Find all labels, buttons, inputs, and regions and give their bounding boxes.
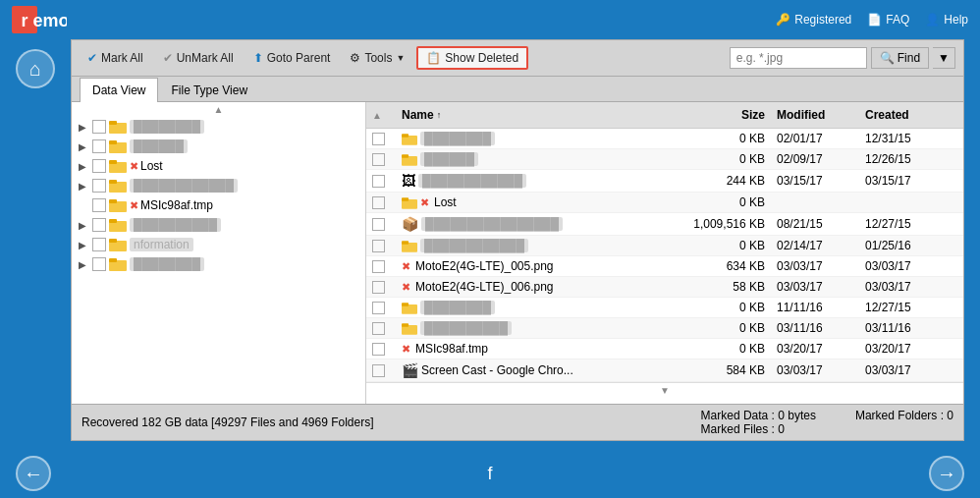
app-logo: r emo xyxy=(12,6,67,33)
row-name: ✖ Lost xyxy=(396,193,673,212)
file-row[interactable]: ████████ 0 KB 02/01/17 12/31/15 xyxy=(366,129,963,149)
find-button[interactable]: 🔍 Find xyxy=(871,47,929,69)
row-name: ████████████ xyxy=(396,236,673,255)
tree-checkbox[interactable] xyxy=(92,218,106,232)
file-panel: ▲ Name ↑ Size Modified Created xyxy=(366,102,963,404)
find-dropdown-arrow[interactable]: ▼ xyxy=(933,47,955,69)
file-row-lost[interactable]: ✖ Lost 0 KB xyxy=(366,193,963,213)
tree-item[interactable]: ▶ ████████████ xyxy=(72,176,365,195)
marked-data-block: Marked Data : 0 bytes Marked Files : 0 xyxy=(701,409,816,436)
file-row[interactable]: ██████ 0 KB 02/09/17 12/26/15 xyxy=(366,149,963,170)
row-created: 12/27/15 xyxy=(859,213,948,235)
checkmark-icon: ✔ xyxy=(87,51,97,65)
col-size-header[interactable]: Size xyxy=(673,106,771,124)
row-checkbox[interactable] xyxy=(366,298,396,317)
col-name-header[interactable]: Name ↑ xyxy=(396,106,673,124)
tab-data-view[interactable]: Data View xyxy=(80,78,158,102)
row-checkbox[interactable] xyxy=(366,129,396,148)
col-created-header[interactable]: Created xyxy=(859,106,948,124)
svg-rect-28 xyxy=(402,303,408,306)
file-row-moto005[interactable]: ✖ MotoE2(4G-LTE)_005.png 634 KB 03/03/17… xyxy=(366,256,963,277)
file-row[interactable]: 📦 ████████████████ 1,009,516 KB 08/21/15… xyxy=(366,213,963,236)
file-row-moto006[interactable]: ✖ MotoE2(4G-LTE)_006.png 58 KB 03/03/17 … xyxy=(366,277,963,298)
folder-icon xyxy=(402,153,417,166)
gear-icon: ⚙ xyxy=(350,51,360,65)
row-checkbox[interactable] xyxy=(366,360,396,381)
tree-item-lost[interactable]: ▶ ✖ Lost xyxy=(72,156,365,176)
row-modified: 02/09/17 xyxy=(771,149,859,169)
row-checkbox[interactable] xyxy=(366,256,396,276)
file-row[interactable]: ██████████ 0 KB 03/11/16 03/11/16 xyxy=(366,318,963,339)
tree-checkbox[interactable] xyxy=(92,159,106,173)
folder-icon xyxy=(402,322,417,335)
file-row-screencast[interactable]: 🎬 Screen Cast - Google Chro... 584 KB 03… xyxy=(366,360,963,382)
row-created: 12/27/15 xyxy=(859,298,948,317)
folder-icon xyxy=(109,218,127,232)
row-checkbox[interactable] xyxy=(366,318,396,338)
facebook-link[interactable]: f xyxy=(487,464,492,484)
registered-link[interactable]: 🔑 Registered xyxy=(776,13,851,27)
forward-button[interactable]: → xyxy=(929,456,964,491)
tree-item-label: Lost xyxy=(140,159,163,173)
back-button[interactable]: ← xyxy=(16,456,51,491)
row-checkbox[interactable] xyxy=(366,213,396,235)
file-row[interactable]: 🖼 ████████████ 244 KB 03/15/17 03/15/17 xyxy=(366,170,963,193)
tab-file-type-view[interactable]: File Type View xyxy=(158,78,260,102)
search-input[interactable] xyxy=(730,47,867,69)
row-checkbox[interactable] xyxy=(366,339,396,359)
key-icon: 🔑 xyxy=(776,13,790,27)
help-label: Help xyxy=(944,13,968,27)
faq-link[interactable]: 📄 FAQ xyxy=(867,13,909,27)
tree-checkbox[interactable] xyxy=(92,179,106,193)
app-header: r emo 🔑 Registered 📄 FAQ 👤 Help xyxy=(0,0,980,39)
file-row[interactable]: ████████████ 0 KB 02/14/17 01/25/16 xyxy=(366,236,963,256)
file-row-msic[interactable]: ✖ MSIc98af.tmp 0 KB 03/20/17 03/20/17 xyxy=(366,339,963,360)
list-scroll-down[interactable]: ▼ xyxy=(366,382,963,398)
file-list-body: ████████ 0 KB 02/01/17 12/31/15 ██████ xyxy=(366,129,963,404)
help-link[interactable]: 👤 Help xyxy=(925,13,968,27)
row-size: 0 KB xyxy=(673,236,771,255)
expand-icon: ▶ xyxy=(76,240,89,250)
tree-item[interactable]: ▶ ████████ xyxy=(72,254,365,274)
show-deleted-icon: 📋 xyxy=(426,51,441,65)
row-checkbox[interactable] xyxy=(366,193,396,212)
faq-icon: 📄 xyxy=(867,13,882,27)
svg-rect-30 xyxy=(402,323,408,327)
svg-rect-20 xyxy=(402,134,408,138)
row-size: 634 KB xyxy=(673,256,771,276)
tree-checkbox[interactable] xyxy=(92,198,106,212)
unmark-all-button[interactable]: ✔ UnMark All xyxy=(155,47,242,69)
tree-checkbox[interactable] xyxy=(92,120,106,134)
row-created: 12/26/15 xyxy=(859,149,948,169)
mark-all-button[interactable]: ✔ Mark All xyxy=(80,47,151,69)
row-checkbox[interactable] xyxy=(366,277,396,297)
row-size: 0 KB xyxy=(673,318,771,338)
tree-item[interactable]: ▶ ██████ xyxy=(72,137,365,156)
up-arrow-icon: ⬆ xyxy=(253,51,263,65)
folder-icon xyxy=(109,120,127,134)
col-modified-header[interactable]: Modified xyxy=(771,106,859,124)
tree-item[interactable]: ▶ ████████ xyxy=(72,117,365,137)
svg-rect-8 xyxy=(109,160,117,164)
show-deleted-button[interactable]: 📋 Show Deleted xyxy=(416,46,528,70)
row-checkbox[interactable] xyxy=(366,149,396,169)
tree-scroll-up[interactable]: ▲ xyxy=(72,102,365,117)
tree-item[interactable]: ▶ ██████████ xyxy=(72,215,365,235)
file-row[interactable]: ████████ 0 KB 11/11/16 12/27/15 xyxy=(366,298,963,318)
row-modified: 03/03/17 xyxy=(771,256,859,276)
row-checkbox[interactable] xyxy=(366,236,396,255)
tools-dropdown-icon: ▼ xyxy=(396,53,405,63)
tree-checkbox[interactable] xyxy=(92,139,106,153)
home-button[interactable]: ⌂ xyxy=(16,49,55,88)
tools-button[interactable]: ⚙ Tools ▼ xyxy=(342,47,412,69)
tree-item-msic[interactable]: ✖ MSIc98af.tmp xyxy=(72,195,365,215)
tree-item-info[interactable]: ▶ nformation xyxy=(72,235,365,254)
tree-checkbox[interactable] xyxy=(92,257,106,271)
scroll-up-indicator[interactable]: ▲ xyxy=(372,110,382,121)
goto-parent-button[interactable]: ⬆ Goto Parent xyxy=(245,47,339,69)
row-checkbox[interactable] xyxy=(366,170,396,192)
tree-panel: ▲ ▶ ████████ ▶ ██████ ▶ xyxy=(72,102,366,404)
tree-checkbox[interactable] xyxy=(92,238,106,251)
deleted-marker: ✖ xyxy=(402,281,410,294)
header-actions: 🔑 Registered 📄 FAQ 👤 Help xyxy=(776,13,968,27)
